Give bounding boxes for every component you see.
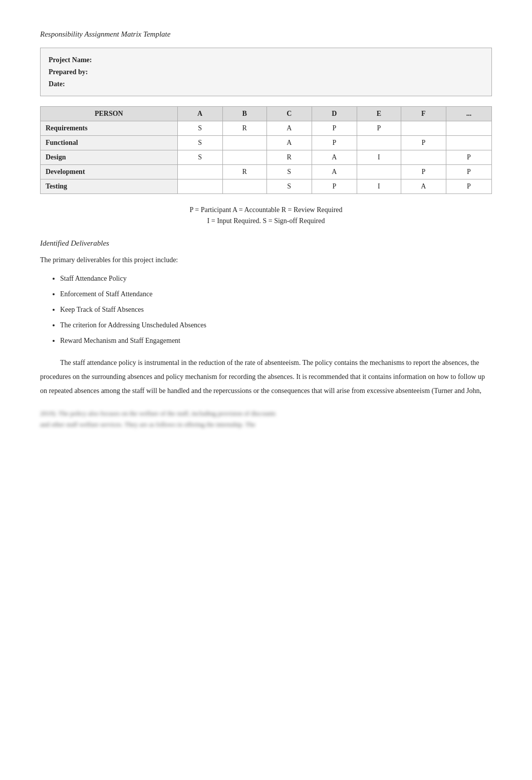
col-header-c: C <box>267 107 312 121</box>
row-value-cell: R <box>222 165 267 179</box>
date-label: Date: <box>49 78 483 90</box>
deliverables-list: Staff Attendance PolicyEnforcement of St… <box>60 273 492 346</box>
col-header-a: A <box>177 107 222 121</box>
row-value-cell: S <box>177 121 222 136</box>
row-value-cell: R <box>267 150 312 165</box>
row-value-cell <box>357 136 401 150</box>
project-info-box: Project Name: Prepared by: Date: <box>40 48 492 96</box>
table-row: TestingSPIAP <box>41 179 492 194</box>
col-header-e: E <box>357 107 401 121</box>
row-value-cell <box>357 165 401 179</box>
row-person-cell: Testing <box>41 179 178 194</box>
blurred-line2: and other staff welfare services. They a… <box>40 419 492 430</box>
row-value-cell: P <box>312 121 357 136</box>
row-value-cell: I <box>357 150 401 165</box>
row-value-cell <box>177 165 222 179</box>
doc-title: Responsibility Assignment Matrix Templat… <box>40 30 492 39</box>
row-value-cell: I <box>357 179 401 194</box>
col-header-person: PERSON <box>41 107 178 121</box>
row-value-cell: P <box>446 165 491 179</box>
section-title: Identified Deliverables <box>40 239 492 248</box>
table-row: RequirementsSRAPP <box>41 121 492 136</box>
table-row: DesignSRAIP <box>41 150 492 165</box>
blurred-text: 2019). The policy also focuses on the we… <box>40 408 492 430</box>
row-value-cell: A <box>267 121 312 136</box>
row-value-cell: P <box>357 121 401 136</box>
row-value-cell <box>222 150 267 165</box>
row-value-cell: R <box>222 121 267 136</box>
legend-line1: P = Participant A = Accountable R = Revi… <box>40 206 492 214</box>
row-value-cell <box>401 150 446 165</box>
list-item: Reward Mechanism and Staff Engagement <box>60 335 492 346</box>
list-item: Keep Track of Staff Absences <box>60 304 492 315</box>
col-header-d: D <box>312 107 357 121</box>
body-paragraph: The staff attendance policy is instrumen… <box>40 356 492 398</box>
row-person-cell: Requirements <box>41 121 178 136</box>
col-header-f: F <box>401 107 446 121</box>
row-value-cell: S <box>177 150 222 165</box>
list-item: The criterion for Addressing Unscheduled… <box>60 320 492 330</box>
legend-line2: I = Input Required. S = Sign-off Require… <box>40 217 492 225</box>
prepared-by-label: Prepared by: <box>49 66 483 78</box>
col-header-extra: ... <box>446 107 491 121</box>
row-person-cell: Functional <box>41 136 178 150</box>
row-value-cell <box>177 179 222 194</box>
list-item: Enforcement of Staff Attendance <box>60 289 492 299</box>
project-name-label: Project Name: <box>49 54 483 66</box>
row-value-cell: S <box>177 136 222 150</box>
row-value-cell: P <box>401 165 446 179</box>
row-value-cell: A <box>401 179 446 194</box>
row-value-cell: S <box>267 165 312 179</box>
row-person-cell: Design <box>41 150 178 165</box>
row-value-cell <box>222 136 267 150</box>
row-value-cell <box>222 179 267 194</box>
row-value-cell: S <box>267 179 312 194</box>
table-row: FunctionalSAPP <box>41 136 492 150</box>
row-value-cell <box>446 136 491 150</box>
row-value-cell: A <box>312 150 357 165</box>
row-value-cell: P <box>446 179 491 194</box>
row-value-cell: P <box>312 179 357 194</box>
table-row: DevelopmentRSAPP <box>41 165 492 179</box>
list-item: Staff Attendance Policy <box>60 273 492 284</box>
row-value-cell: P <box>446 150 491 165</box>
row-value-cell <box>446 121 491 136</box>
raci-table: PERSON A B C D E F ... RequirementsSRAPP… <box>40 106 492 194</box>
row-value-cell <box>401 121 446 136</box>
row-value-cell: A <box>312 165 357 179</box>
row-value-cell: P <box>401 136 446 150</box>
row-value-cell: P <box>312 136 357 150</box>
row-person-cell: Development <box>41 165 178 179</box>
row-value-cell: A <box>267 136 312 150</box>
blurred-line1: 2019). The policy also focuses on the we… <box>40 408 492 419</box>
col-header-b: B <box>222 107 267 121</box>
intro-text: The primary deliverables for this projec… <box>40 255 492 266</box>
